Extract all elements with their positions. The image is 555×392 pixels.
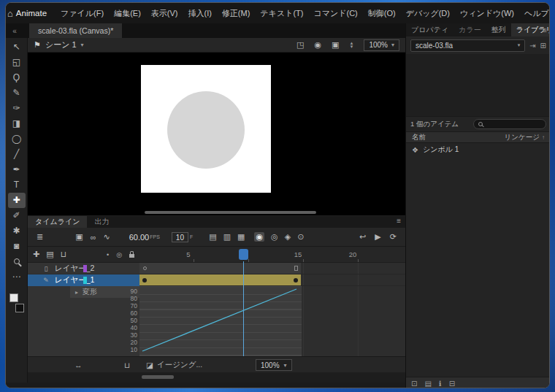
motion-tween-span[interactable] bbox=[139, 274, 301, 285]
onion-skin-icon[interactable]: ◉ bbox=[254, 232, 264, 242]
frame-ruler[interactable]: 5 10 15 20 bbox=[139, 247, 405, 263]
menu-view[interactable]: 表示(V) bbox=[146, 3, 183, 23]
fit-in-window-icon[interactable]: ▣ bbox=[332, 40, 339, 50]
delete-layer-icon[interactable]: ⊔ bbox=[61, 250, 67, 259]
clip-content-icon[interactable]: ◳ bbox=[296, 40, 304, 50]
menu-control[interactable]: 制御(O) bbox=[363, 3, 401, 23]
tab-output[interactable]: 出力 bbox=[87, 216, 116, 228]
stage-horizontal-scrollbar[interactable] bbox=[145, 211, 316, 214]
pin-library-icon[interactable]: ⇥ bbox=[529, 42, 535, 50]
stage-canvas[interactable] bbox=[28, 53, 405, 215]
insert-frame-icon[interactable]: ▤ bbox=[209, 232, 216, 242]
delete-icon[interactable]: ⊔ bbox=[124, 357, 130, 373]
selection-tool[interactable]: ↖ bbox=[8, 39, 26, 55]
camera-icon[interactable]: ▣ bbox=[75, 232, 83, 242]
layer-color-chip[interactable] bbox=[83, 265, 87, 272]
menu-insert[interactable]: 挿入(I) bbox=[183, 3, 216, 23]
library-search-input[interactable] bbox=[473, 119, 546, 129]
name-column-header[interactable]: 名前 bbox=[412, 133, 426, 142]
new-symbol-icon[interactable]: ⊡ bbox=[411, 380, 417, 388]
bone-tool[interactable]: ✱ bbox=[8, 223, 26, 239]
edit-multiple-frames-icon[interactable]: ◈ bbox=[285, 232, 291, 242]
fill-color-swatch[interactable] bbox=[15, 304, 24, 312]
circle-shape[interactable] bbox=[167, 91, 245, 169]
library-item-symbol-1[interactable]: ❖ シンボル 1 bbox=[406, 143, 550, 156]
menu-window[interactable]: ウィンドウ(W) bbox=[455, 3, 519, 23]
easing-button[interactable]: ◪ イージング... bbox=[146, 357, 202, 373]
panel-menu-icon[interactable]: ≡ bbox=[543, 26, 547, 34]
menu-help[interactable]: ヘルプ(H) bbox=[519, 3, 550, 23]
line-tool[interactable]: ╱ bbox=[8, 147, 26, 162]
new-layer-icon[interactable]: ✚ bbox=[33, 250, 39, 259]
panel-menu-icon[interactable]: ≡ bbox=[397, 217, 401, 225]
graph-icon[interactable]: ∿ bbox=[103, 232, 110, 242]
free-transform-tool[interactable]: ◱ bbox=[8, 55, 26, 70]
insert-blank-keyframe-icon[interactable]: ▥ bbox=[223, 232, 231, 242]
camera-column-icon[interactable]: • bbox=[107, 251, 109, 258]
new-folder-icon[interactable]: ▤ bbox=[424, 380, 431, 388]
menu-commands[interactable]: コマンド(C) bbox=[308, 3, 362, 23]
layer-row-2[interactable]: ▯ レイヤー_2 bbox=[28, 263, 139, 274]
oval-tool[interactable]: ◯ bbox=[8, 131, 26, 147]
frames-row-layer-1[interactable] bbox=[139, 274, 405, 286]
fluid-brush-tool[interactable]: ✎ bbox=[8, 85, 26, 101]
asset-warp-tool[interactable]: ✚ bbox=[8, 193, 26, 208]
zoom-tool[interactable] bbox=[8, 254, 26, 269]
layer-name[interactable]: レイヤー_2 bbox=[55, 264, 94, 274]
eye-column-icon[interactable]: ◎ bbox=[116, 251, 122, 258]
home-icon[interactable]: ⌂ bbox=[7, 8, 13, 19]
easing-graph[interactable]: 90 80 70 60 50 40 30 20 10 bbox=[139, 286, 302, 356]
stage-zoom-select[interactable]: 100% ▾ bbox=[364, 39, 399, 51]
new-library-panel-icon[interactable]: ⊞ bbox=[540, 42, 546, 50]
delete-item-icon[interactable]: ⊟ bbox=[449, 380, 455, 388]
link-layers-icon[interactable]: ∞ bbox=[91, 233, 96, 242]
menu-file[interactable]: ファイル(F) bbox=[56, 3, 109, 23]
lasso-tool[interactable]: Ϙ bbox=[8, 70, 26, 85]
timeline-scrollbar-track[interactable] bbox=[28, 372, 405, 383]
timeline-scrollbar-thumb[interactable] bbox=[142, 375, 174, 379]
play-icon[interactable]: ▶ bbox=[375, 232, 380, 242]
layer-row-1[interactable]: ✎ レイヤー_1 bbox=[28, 274, 139, 286]
collapse-panel-icon[interactable]: « bbox=[6, 27, 23, 35]
linkage-column-header[interactable]: リンケージ bbox=[505, 133, 540, 142]
fps-value[interactable]: 60.00 bbox=[129, 233, 150, 242]
center-playhead-icon[interactable]: ⊙ bbox=[297, 232, 304, 242]
current-frame-value[interactable]: 10 bbox=[172, 232, 188, 242]
document-tab[interactable]: scale-03.fla (Canvas)* bbox=[29, 23, 122, 38]
timeline-zoom-select[interactable]: 100% ▾ bbox=[256, 359, 292, 371]
pen-tool[interactable]: ✒ bbox=[8, 162, 26, 177]
tab-color[interactable]: カラー bbox=[453, 23, 486, 36]
tab-timeline[interactable]: タイムライン bbox=[28, 216, 87, 228]
fit-timeline-icon[interactable]: ↔ bbox=[74, 357, 83, 373]
stroke-color-swatch[interactable] bbox=[9, 293, 18, 302]
library-document-select[interactable]: scale-03.fla ▾ bbox=[410, 39, 525, 52]
zoom-stepper[interactable]: ▲▼ bbox=[349, 42, 353, 49]
loop-icon[interactable]: ⟳ bbox=[390, 232, 397, 242]
tab-align[interactable]: 整列 bbox=[486, 23, 511, 36]
scene-label[interactable]: シーン 1 bbox=[45, 39, 77, 50]
text-tool[interactable]: T bbox=[8, 177, 26, 193]
lock-column-icon[interactable] bbox=[129, 254, 134, 258]
menu-debug[interactable]: デバッグ(D) bbox=[401, 3, 455, 23]
playhead[interactable] bbox=[239, 249, 248, 260]
eyedropper-tool[interactable]: ✐ bbox=[8, 208, 26, 223]
menu-text[interactable]: テキスト(T) bbox=[255, 3, 308, 23]
chevron-down-icon[interactable]: ▾ bbox=[81, 42, 84, 48]
eraser-tool[interactable]: ◨ bbox=[8, 116, 26, 131]
color-swatches[interactable] bbox=[9, 293, 25, 314]
step-back-icon[interactable]: ↩ bbox=[359, 232, 366, 242]
new-folder-icon[interactable]: ▤ bbox=[46, 250, 53, 259]
menu-edit[interactable]: 編集(E) bbox=[109, 3, 146, 23]
frame-span[interactable] bbox=[139, 263, 301, 274]
insert-keyframe-icon[interactable]: ▦ bbox=[237, 232, 245, 242]
layer-name[interactable]: レイヤー_1 bbox=[55, 275, 94, 285]
layer-view-icon[interactable]: ≣ bbox=[37, 232, 43, 242]
classic-brush-tool[interactable]: ✑ bbox=[8, 101, 26, 116]
frames-row-layer-2[interactable] bbox=[139, 263, 405, 274]
menu-modify[interactable]: 修正(M) bbox=[217, 3, 256, 23]
playhead-line[interactable] bbox=[243, 261, 244, 356]
layer-color-chip[interactable] bbox=[83, 277, 87, 284]
onion-outline-icon[interactable]: ◎ bbox=[271, 232, 278, 242]
center-stage-icon[interactable]: ◉ bbox=[314, 40, 321, 50]
tab-properties[interactable]: プロパティ bbox=[406, 23, 453, 36]
